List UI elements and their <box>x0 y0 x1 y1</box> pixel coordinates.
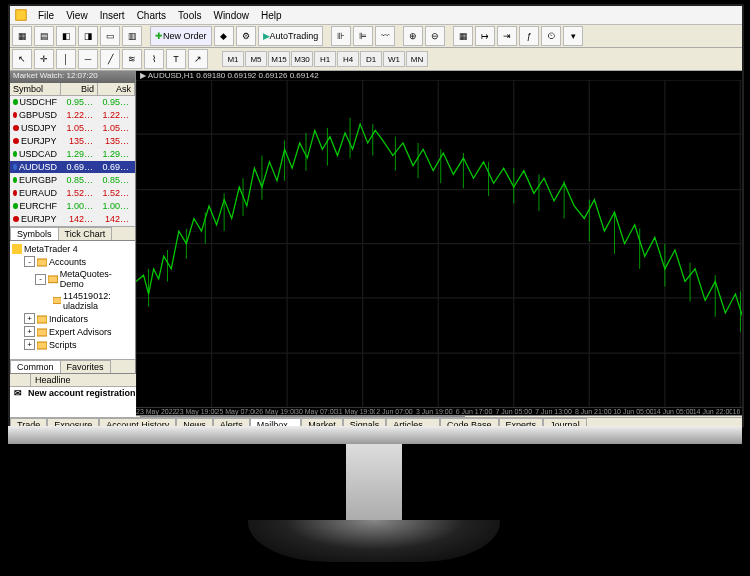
folder-icon <box>37 327 47 337</box>
timeframe-H4[interactable]: H4 <box>337 51 359 67</box>
options-icon[interactable]: ⚙ <box>236 26 256 46</box>
toolbar-main: ▦ ▤ ◧ ◨ ▭ ▥ ✚ New Order ◆ ⚙ ▶ AutoTradin… <box>10 25 742 48</box>
tree-node[interactable]: 114519012: uladzisla <box>12 290 133 312</box>
tree-node[interactable]: +Expert Advisors <box>12 325 133 338</box>
menu-bar: File View Insert Charts Tools Window Hel… <box>10 6 742 25</box>
arrows-icon[interactable]: ↗ <box>188 49 208 69</box>
tree-node[interactable]: -Accounts <box>12 255 133 268</box>
folder-icon <box>48 274 58 284</box>
shift-icon[interactable]: ⇥ <box>497 26 517 46</box>
app-tree-icon <box>12 244 22 254</box>
chart-title-bar: ▶ AUDUSD,H1 0.69180 0.69192 0.69126 0.69… <box>136 71 744 80</box>
timeframe-D1[interactable]: D1 <box>360 51 382 67</box>
expander-icon[interactable]: + <box>24 326 35 337</box>
data-window-icon[interactable]: ◨ <box>78 26 98 46</box>
timeframe-W1[interactable]: W1 <box>383 51 405 67</box>
tab-symbols[interactable]: Symbols <box>10 227 59 240</box>
symbol-row[interactable]: EURCHF1.00…1.00… <box>10 200 135 213</box>
timeframe-MN[interactable]: MN <box>406 51 428 67</box>
market-watch-tabs: Symbols Tick Chart <box>10 226 135 240</box>
svg-rect-6 <box>37 329 47 336</box>
vline-icon[interactable]: │ <box>56 49 76 69</box>
svg-rect-5 <box>37 316 47 323</box>
channel-icon[interactable]: ≋ <box>122 49 142 69</box>
navigator-icon[interactable]: ▭ <box>100 26 120 46</box>
expander-icon[interactable]: + <box>24 313 35 324</box>
text-icon[interactable]: T <box>166 49 186 69</box>
symbol-row[interactable]: USDCAD1.29…1.29… <box>10 148 135 161</box>
hline-icon[interactable]: ─ <box>78 49 98 69</box>
menu-help[interactable]: Help <box>255 8 288 23</box>
app-icon <box>14 8 28 22</box>
market-watch-panel: Market Watch: 12:07:20 Symbol Bid Ask US… <box>10 71 135 240</box>
candle-chart-icon[interactable]: ⊫ <box>353 26 373 46</box>
svg-rect-0 <box>16 10 27 21</box>
symbol-row[interactable]: AUDUSD0.69…0.69… <box>10 161 135 174</box>
tree-node[interactable]: +Indicators <box>12 312 133 325</box>
templates-icon[interactable]: ▾ <box>563 26 583 46</box>
zoom-out-icon[interactable]: ⊖ <box>425 26 445 46</box>
menu-file[interactable]: File <box>32 8 60 23</box>
navigator-panel: MetaTrader 4 -Accounts-MetaQuotes-Demo11… <box>10 240 135 359</box>
terminal-icon[interactable]: ▥ <box>122 26 142 46</box>
expander-icon[interactable]: + <box>24 339 35 350</box>
menu-insert[interactable]: Insert <box>94 8 131 23</box>
svg-rect-7 <box>37 342 47 349</box>
symbol-row[interactable]: EURJPY142…142… <box>10 213 135 226</box>
timeframe-M30[interactable]: M30 <box>291 51 313 67</box>
timeframe-M5[interactable]: M5 <box>245 51 267 67</box>
svg-rect-4 <box>53 298 61 304</box>
tab-tick-chart[interactable]: Tick Chart <box>58 227 113 240</box>
scroll-icon[interactable]: ↦ <box>475 26 495 46</box>
menu-charts[interactable]: Charts <box>131 8 172 23</box>
tree-root[interactable]: MetaTrader 4 <box>12 243 133 255</box>
folder-icon <box>37 340 47 350</box>
timeframe-M15[interactable]: M15 <box>268 51 290 67</box>
zoom-in-icon[interactable]: ⊕ <box>403 26 423 46</box>
navigator-tabs: Common Favorites <box>10 359 135 373</box>
crosshair-icon[interactable]: ✛ <box>34 49 54 69</box>
col-bid[interactable]: Bid <box>61 83 98 95</box>
profiles-icon[interactable]: ▤ <box>34 26 54 46</box>
folder-icon <box>37 314 47 324</box>
expander-icon[interactable]: - <box>35 274 46 285</box>
svg-rect-3 <box>48 276 58 283</box>
market-watch-icon[interactable]: ◧ <box>56 26 76 46</box>
tree-node[interactable]: -MetaQuotes-Demo <box>12 268 133 290</box>
expander-icon[interactable]: - <box>24 256 35 267</box>
metaeditor-icon[interactable]: ◆ <box>214 26 234 46</box>
periods-icon[interactable]: ⏲ <box>541 26 561 46</box>
svg-rect-2 <box>37 259 47 266</box>
menu-window[interactable]: Window <box>207 8 255 23</box>
mail-icon: ✉ <box>14 388 28 398</box>
bar-chart-icon[interactable]: ⊪ <box>331 26 351 46</box>
col-ask[interactable]: Ask <box>98 83 135 95</box>
indicators-icon[interactable]: ƒ <box>519 26 539 46</box>
tab-favorites[interactable]: Favorites <box>60 360 111 373</box>
toolbar-secondary: ↖ ✛ │ ─ ╱ ≋ ⌇ T ↗ M1M5M15M30H1H4D1W1MN <box>10 48 742 71</box>
tile-icon[interactable]: ▦ <box>453 26 473 46</box>
tab-common[interactable]: Common <box>10 360 61 373</box>
symbol-row[interactable]: GBPUSD1.22…1.22… <box>10 109 135 122</box>
new-chart-icon[interactable]: ▦ <box>12 26 32 46</box>
autotrading-button[interactable]: ▶ AutoTrading <box>258 26 324 46</box>
symbol-row[interactable]: EURAUD1.52…1.52… <box>10 187 135 200</box>
market-watch-columns: Symbol Bid Ask <box>10 83 135 96</box>
tree-node[interactable]: +Scripts <box>12 338 133 351</box>
cursor-icon[interactable]: ↖ <box>12 49 32 69</box>
col-symbol[interactable]: Symbol <box>10 83 61 95</box>
menu-tools[interactable]: Tools <box>172 8 207 23</box>
symbol-row[interactable]: EURJPY135…135… <box>10 135 135 148</box>
chart-canvas[interactable] <box>136 80 744 407</box>
folder-icon <box>37 257 47 267</box>
menu-view[interactable]: View <box>60 8 94 23</box>
timeframe-H1[interactable]: H1 <box>314 51 336 67</box>
fibo-icon[interactable]: ⌇ <box>144 49 164 69</box>
symbol-row[interactable]: EURGBP0.85…0.85… <box>10 174 135 187</box>
line-chart-icon[interactable]: 〰 <box>375 26 395 46</box>
symbol-row[interactable]: USDCHF0.95…0.95… <box>10 96 135 109</box>
new-order-button[interactable]: ✚ New Order <box>150 26 212 46</box>
symbol-row[interactable]: USDJPY1.05…1.05… <box>10 122 135 135</box>
trendline-icon[interactable]: ╱ <box>100 49 120 69</box>
timeframe-M1[interactable]: M1 <box>222 51 244 67</box>
